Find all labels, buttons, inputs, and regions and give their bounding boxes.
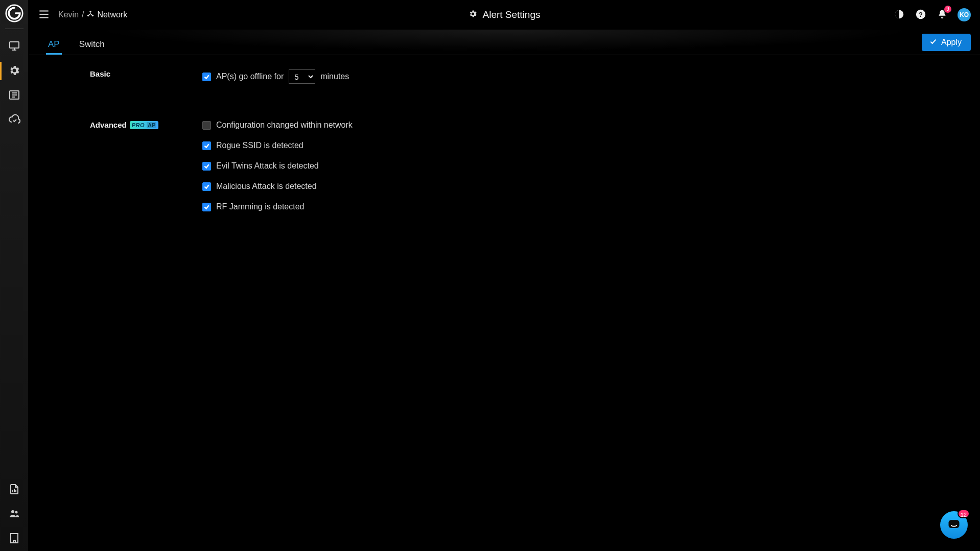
nav-doc-stats[interactable]: [0, 477, 29, 502]
checkbox-malicious-attack[interactable]: [202, 182, 211, 191]
brand-logo[interactable]: [4, 3, 25, 23]
hamburger-icon: [37, 8, 51, 22]
user-avatar[interactable]: KO: [958, 8, 971, 21]
checkbox-rogue-ssid[interactable]: [202, 141, 211, 150]
malicious-attack-label: Malicious Attack is detected: [216, 182, 317, 191]
help-button[interactable]: ?: [915, 9, 927, 21]
svg-point-24: [90, 11, 92, 13]
theme-toggle[interactable]: [893, 9, 905, 21]
notifications-count: 9: [944, 6, 951, 13]
breadcrumb-network[interactable]: Network: [87, 10, 127, 19]
section-basic-label: Basic: [90, 69, 110, 78]
ap-offline-text-pre: AP(s) go offline for: [216, 72, 284, 81]
notifications-button[interactable]: 9: [936, 9, 948, 21]
monitor-icon: [8, 40, 20, 54]
nav-cloud[interactable]: [0, 108, 29, 132]
help-icon: ?: [915, 9, 926, 21]
rf-jamming-label: RF Jamming is detected: [216, 202, 305, 211]
section-advanced-label: Advanced: [90, 121, 127, 129]
rogue-ssid-label: Rogue SSID is detected: [216, 141, 304, 150]
ap-offline-text-post: minutes: [320, 72, 349, 81]
rail-divider: [5, 29, 24, 29]
tab-bar: AP Switch: [46, 30, 107, 55]
badge-ap-text: AP: [147, 122, 156, 128]
badge-pro-text: PRO: [132, 122, 145, 128]
breadcrumb-user[interactable]: Kevin: [58, 10, 79, 19]
page-title-text: Alert Settings: [483, 9, 541, 20]
doc-chart-icon: [8, 483, 20, 497]
field-malicious-attack: Malicious Attack is detected: [202, 182, 960, 191]
page-title: Alert Settings: [469, 9, 541, 21]
chat-count: 12: [958, 509, 970, 518]
title-gear-icon: [469, 9, 478, 21]
field-config-changed: Configuration changed within network: [202, 121, 960, 130]
field-rogue-ssid: Rogue SSID is detected: [202, 141, 960, 150]
subheader: AP Switch Apply: [29, 30, 980, 55]
ap-offline-minutes-select[interactable]: 5: [289, 69, 315, 84]
svg-rect-20: [13, 541, 15, 543]
news-icon: [8, 89, 20, 103]
checkbox-rf-jamming[interactable]: [202, 203, 211, 211]
breadcrumb-sep: /: [82, 10, 84, 19]
sidebar-rail: [0, 0, 29, 551]
checkbox-evil-twins[interactable]: [202, 162, 211, 171]
cloud-sync-icon: [8, 113, 20, 127]
gear-icon: [8, 64, 20, 78]
chat-smile-icon: [947, 517, 961, 533]
nav-settings[interactable]: [0, 59, 29, 83]
svg-rect-30: [949, 520, 960, 528]
field-rf-jamming: RF Jamming is detected: [202, 202, 960, 211]
checkbox-ap-offline[interactable]: [202, 73, 211, 81]
main-content: Basic AP(s) go offline for 5 minutes Adv…: [29, 55, 980, 551]
apply-button[interactable]: Apply: [922, 34, 971, 51]
checkbox-config-changed[interactable]: [202, 121, 211, 130]
building-icon: [8, 532, 20, 546]
contrast-icon: [894, 9, 905, 21]
svg-text:?: ?: [919, 10, 923, 18]
section-advanced: Advanced PRO AP Configuration changed wi…: [49, 121, 960, 223]
users-icon: [8, 508, 20, 521]
nav-users[interactable]: [0, 502, 29, 526]
field-ap-offline: AP(s) go offline for 5 minutes: [202, 69, 960, 84]
nav-dashboard[interactable]: [0, 34, 29, 59]
field-evil-twins: Evil Twins Attack is detected: [202, 161, 960, 171]
nav-reports[interactable]: [0, 83, 29, 108]
section-basic: Basic AP(s) go offline for 5 minutes: [49, 69, 960, 95]
breadcrumb: Kevin / Network: [58, 10, 127, 19]
apply-label: Apply: [941, 38, 962, 47]
menu-toggle[interactable]: [34, 5, 54, 25]
check-icon: [929, 37, 937, 47]
app-header: Kevin / Network Alert Settings ?: [29, 0, 980, 30]
svg-point-12: [15, 511, 17, 513]
tab-ap[interactable]: AP: [46, 39, 62, 55]
chat-launcher[interactable]: 12: [940, 511, 968, 539]
config-changed-label: Configuration changed within network: [216, 121, 353, 130]
svg-rect-13: [11, 534, 18, 543]
evil-twins-label: Evil Twins Attack is detected: [216, 161, 319, 171]
nav-org[interactable]: [0, 526, 29, 551]
network-icon: [87, 10, 94, 19]
svg-rect-1: [10, 42, 19, 48]
svg-point-11: [11, 510, 14, 513]
pro-ap-badge: PRO AP: [130, 121, 159, 129]
breadcrumb-network-label: Network: [97, 10, 127, 19]
tab-switch[interactable]: Switch: [77, 39, 107, 55]
